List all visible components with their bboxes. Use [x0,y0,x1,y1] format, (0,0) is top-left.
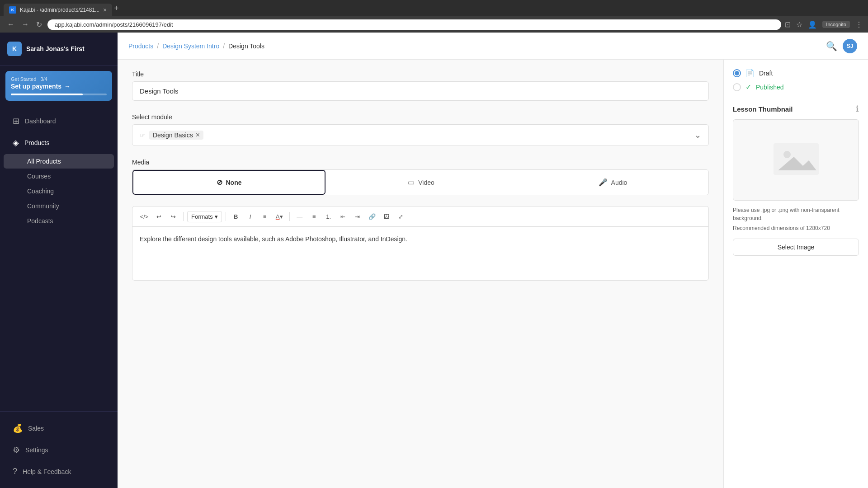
rte-separator-1 [183,212,184,221]
new-tab-button[interactable]: + [114,4,119,13]
title-input[interactable] [132,81,709,101]
thumbnail-placeholder [774,143,819,177]
brand-logo: K [7,42,22,56]
select-image-button[interactable]: Select Image [733,239,859,256]
check-icon: ✓ [745,83,751,91]
sidebar-item-dashboard[interactable]: ⊞ Dashboard [4,111,114,131]
module-tag-remove-icon[interactable]: × [196,131,200,139]
tab-title: Kajabi - /admin/products/21481... [20,7,99,13]
title-label: Title [132,70,709,78]
module-section: Select module ☞ Design Basics × ⌄ [132,113,709,146]
products-submenu: All Products Courses Coaching Community … [0,154,118,228]
thumbnail-hint: Please use .jpg or .png with non-transpa… [733,206,859,222]
sidebar-item-sales[interactable]: 💰 Sales [4,418,114,439]
rte-image-button[interactable]: 🖼 [380,210,393,223]
search-button[interactable]: 🔍 [826,41,837,52]
media-video-label: Video [418,179,434,186]
rte-toolbar: </> ↩ ↪ Formats ▾ B I ≡ A▾ [132,206,709,226]
module-cursor-icon: ☞ [140,131,146,139]
rte-indent-left-button[interactable]: ⇤ [337,210,349,223]
forward-button[interactable]: → [20,19,31,30]
module-tag-label: Design Basics [153,131,193,139]
title-section: Title [132,70,709,101]
rte-separator-3 [289,212,290,221]
media-video-button[interactable]: ▭ Video [326,170,517,195]
rte-fullscreen-button[interactable]: ⤢ [395,210,407,223]
none-icon: ⊘ [217,178,222,187]
rte-link-button[interactable]: 🔗 [366,210,378,223]
thumbnail-title: Lesson Thumbnail [733,105,793,113]
rte-container: </> ↩ ↪ Formats ▾ B I ≡ A▾ [132,206,709,281]
reload-button[interactable]: ↻ [34,19,44,31]
draft-radio-dot [735,71,739,75]
draft-radio[interactable]: 📄 Draft [733,69,859,77]
svg-point-1 [783,151,791,158]
sidebar-item-help[interactable]: ? Help & Feedback [4,461,114,482]
rte-hr-button[interactable]: — [293,210,306,223]
media-none-label: None [226,179,242,186]
rte-align-button[interactable]: ≡ [259,210,271,223]
browser-tab[interactable]: K Kajabi - /admin/products/21481... × [4,4,112,16]
dashboard-icon: ⊞ [13,116,19,126]
rte-bullet-button[interactable]: ≡ [308,210,321,223]
module-select[interactable]: ☞ Design Basics × ⌄ [132,124,709,146]
topbar: Products / Design System Intro / Design … [118,33,868,60]
published-label: Published [756,84,784,91]
get-started-banner[interactable]: Get Started 3/4 Set up payments → [5,71,112,101]
rte-content[interactable]: Explore the different design tools avail… [132,226,709,281]
sidebar-item-coaching[interactable]: Coaching [4,184,114,198]
sidebar-item-products[interactable]: ◈ Products [4,132,114,153]
incognito-badge[interactable]: Incognito [822,21,850,28]
formats-label: Formats [191,213,213,220]
menu-icon[interactable]: ⋮ [855,20,863,29]
chevron-down-icon: ⌄ [694,130,701,140]
breadcrumb-sep-1: / [157,42,159,50]
rte-separator-2 [226,212,226,221]
rte-italic-button[interactable]: I [244,210,257,223]
sidebar-bottom: 💰 Sales ⚙ Settings ? Help & Feedback [0,411,118,488]
media-buttons: ⊘ None ▭ Video 🎤 Audio [132,169,709,195]
status-section: 📄 Draft ✓ Published [733,69,859,91]
editor-panel: Title Select module ☞ Design Basics × ⌄ [118,60,723,488]
screen-cast-icon[interactable]: ⊡ [785,20,791,29]
sidebar-item-label: Dashboard [25,117,56,125]
avatar[interactable]: SJ [843,39,857,53]
content-area: Title Select module ☞ Design Basics × ⌄ [118,60,868,488]
get-started-title: Set up payments → [11,83,107,90]
media-none-button[interactable]: ⊘ None [132,170,326,195]
rte-undo-button[interactable]: ↩ [152,210,165,223]
rte-indent-right-button[interactable]: ⇥ [351,210,364,223]
sidebar-brand[interactable]: K Sarah Jonas's First [0,33,118,66]
published-radio[interactable]: ✓ Published [733,83,859,91]
rte-code-button[interactable]: </> [138,210,151,223]
sidebar-item-all-products[interactable]: All Products [4,154,114,169]
address-bar[interactable]: app.kajabi.com/admin/posts/2166096197/ed… [47,19,781,30]
info-icon[interactable]: ℹ [856,104,859,114]
breadcrumb-design-system[interactable]: Design System Intro [162,42,219,50]
media-label: Media [132,159,709,166]
bookmark-icon[interactable]: ☆ [796,20,802,29]
sidebar-item-community[interactable]: Community [4,199,114,213]
back-button[interactable]: ← [5,19,16,30]
breadcrumb-products[interactable]: Products [128,42,153,50]
rte-ordered-button[interactable]: 1. [322,210,335,223]
sidebar-item-settings[interactable]: ⚙ Settings [4,440,114,460]
rte-color-button[interactable]: A▾ [273,210,286,223]
sidebar-item-podcasts[interactable]: Podcasts [4,214,114,228]
rte-formats-dropdown[interactable]: Formats ▾ [187,211,222,222]
rte-bold-button[interactable]: B [230,210,242,223]
tab-close-icon[interactable]: × [103,6,107,14]
published-radio-circle [733,83,741,91]
thumbnail-preview [733,119,859,201]
sidebar-item-courses[interactable]: Courses [4,169,114,183]
media-audio-button[interactable]: 🎤 Audio [517,170,708,195]
browser-toolbar: ← → ↻ app.kajabi.com/admin/posts/2166096… [0,16,868,33]
products-icon: ◈ [13,138,19,148]
sidebar-item-label: Help & Feedback [23,468,71,475]
rte-redo-button[interactable]: ↪ [167,210,179,223]
thumbnail-section: Lesson Thumbnail ℹ Please use .jpg o [733,104,859,256]
formats-chevron-icon: ▾ [215,213,218,220]
right-panel: 📄 Draft ✓ Published Lesson [723,60,868,488]
profile-icon[interactable]: 👤 [808,20,817,29]
toolbar-icons: ⊡ ☆ 👤 Incognito ⋮ [785,20,863,29]
